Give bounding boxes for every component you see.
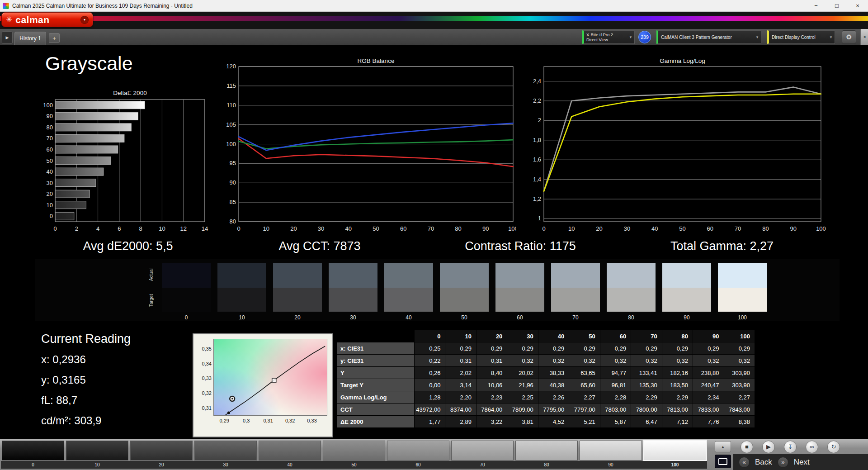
table-cell: 6,47 xyxy=(631,416,662,428)
swatch-level-label: 0 xyxy=(162,314,211,321)
table-cell: 43972,00 xyxy=(415,404,445,416)
refresh-measure-button[interactable]: ↻ xyxy=(827,441,840,453)
table-cell: 3,22 xyxy=(476,416,507,428)
table-header-row: 0102030405060708090100 xyxy=(337,330,755,342)
svg-text:4: 4 xyxy=(96,225,99,232)
svg-text:50: 50 xyxy=(47,157,53,164)
pattern-tile-90[interactable]: 90 xyxy=(579,441,643,469)
next-chevron-button[interactable]: » xyxy=(778,457,788,468)
save-button[interactable]: ↧ xyxy=(784,441,797,453)
table-cell: 2,25 xyxy=(507,391,538,404)
target-swatch xyxy=(329,288,377,312)
pattern-tile-label: 50 xyxy=(322,461,386,469)
pattern-tile-80[interactable]: 80 xyxy=(514,441,579,469)
pattern-tile-swatch[interactable] xyxy=(259,441,321,461)
target-swatch xyxy=(551,288,600,312)
table-cell: 2,26 xyxy=(538,391,569,404)
actual-swatch xyxy=(662,263,711,288)
meter-dropdown[interactable]: X-Rite i1Pro 2 Direct View ▾ xyxy=(582,30,635,44)
tab-history-1[interactable]: History 1 xyxy=(14,32,46,45)
close-button[interactable]: × xyxy=(847,0,868,12)
target-swatch xyxy=(384,288,433,312)
pattern-tile-swatch[interactable] xyxy=(2,441,64,461)
controls-column: ▲ xyxy=(712,439,733,470)
pattern-tile-100[interactable]: 100 xyxy=(643,441,707,469)
table-cell: 2,27 xyxy=(724,391,755,404)
pattern-tile-swatch[interactable] xyxy=(451,441,514,461)
svg-text:1,2: 1,2 xyxy=(533,195,541,202)
svg-text:90: 90 xyxy=(482,225,489,232)
svg-text:100: 100 xyxy=(816,225,826,232)
table-row: y: CIE310,220,310,310,320,320,320,320,32… xyxy=(337,355,755,367)
stop-button[interactable]: ■ xyxy=(741,441,753,453)
calman-logo-menu[interactable]: ✳ calman ▾ xyxy=(1,12,93,27)
tab-bar: ▶ History 1 + X-Rite i1Pro 2 Direct View… xyxy=(0,29,868,45)
table-cell: 0,31 xyxy=(476,355,507,367)
target-row-label: Target xyxy=(149,287,155,313)
table-header-cell: 30 xyxy=(507,330,538,342)
swatch-row: 0102030405060708090100 xyxy=(162,263,774,321)
back-button[interactable]: Back xyxy=(755,458,772,467)
table-cell: 96,81 xyxy=(600,379,631,391)
table-cell: 0,29 xyxy=(445,342,476,355)
monitor-icon xyxy=(718,458,727,465)
svg-text:RGB Balance: RGB Balance xyxy=(358,57,395,64)
pattern-tile-swatch[interactable] xyxy=(66,441,128,461)
svg-text:85: 85 xyxy=(230,199,236,205)
target-swatch xyxy=(217,288,266,312)
grayscale-swatch-70: 70 xyxy=(551,263,600,321)
pattern-tile-swatch[interactable] xyxy=(387,441,449,461)
pattern-tile-swatch[interactable] xyxy=(194,441,257,461)
pattern-tile-label: 10 xyxy=(65,461,129,469)
pattern-tile-10[interactable]: 10 xyxy=(65,441,129,469)
grayscale-swatch-20: 20 xyxy=(273,263,322,321)
swatch-level-label: 20 xyxy=(273,314,322,321)
play-measure-button[interactable]: ▶ xyxy=(762,441,775,453)
back-chevron-button[interactable]: « xyxy=(739,457,750,468)
tab-scroll-button[interactable]: ▶ xyxy=(2,31,13,44)
pattern-tile-swatch[interactable] xyxy=(644,441,706,461)
display-control-dropdown[interactable]: Direct Display Control ▾ xyxy=(767,30,835,44)
maximize-button[interactable]: □ xyxy=(826,0,847,12)
pattern-tile-50[interactable]: 50 xyxy=(322,441,386,469)
side-panel-handle[interactable]: ◄ xyxy=(860,29,868,45)
settings-gear-button[interactable]: ⚙ xyxy=(842,30,856,44)
collapse-up-button[interactable]: ▲ xyxy=(715,441,731,452)
actual-swatch xyxy=(273,263,322,288)
pattern-generator-dropdown[interactable]: CalMAN Client 3 Pattern Generator ▾ xyxy=(656,30,761,44)
pattern-tile-70[interactable]: 70 xyxy=(450,441,514,469)
add-tab-button[interactable]: + xyxy=(49,33,60,43)
svg-text:Gamma Log/Log: Gamma Log/Log xyxy=(660,57,705,64)
cie-y-tick: 0,35 xyxy=(195,346,212,351)
grayscale-swatch-100: 100 xyxy=(718,263,767,321)
pattern-tile-swatch[interactable] xyxy=(323,441,385,461)
continuous-measure-button[interactable]: ∞ xyxy=(806,441,818,453)
table-row-label: Target Y xyxy=(337,379,415,391)
grayscale-swatch-90: 90 xyxy=(662,263,711,321)
next-button[interactable]: Next xyxy=(794,458,810,467)
table-cell: 133,41 xyxy=(631,367,662,379)
pinwheel-icon: ✳ xyxy=(6,15,12,24)
meter-status-badge[interactable]: 239 xyxy=(638,31,651,43)
actual-swatch xyxy=(329,263,377,288)
pattern-tile-0[interactable]: 0 xyxy=(1,441,65,469)
pattern-tile-20[interactable]: 20 xyxy=(129,441,193,469)
minimize-button[interactable]: − xyxy=(806,0,826,12)
display-layout-button[interactable] xyxy=(715,455,731,468)
table-cell: 135,30 xyxy=(631,379,662,391)
pattern-tile-60[interactable]: 60 xyxy=(386,441,450,469)
table-cell: 8,40 xyxy=(476,367,507,379)
table-row: Gamma Log/Log1,282,202,232,252,262,272,2… xyxy=(337,391,755,404)
pattern-tile-40[interactable]: 40 xyxy=(258,441,322,469)
svg-text:110: 110 xyxy=(226,102,236,109)
table-cell: 2,23 xyxy=(476,391,507,404)
swatch-level-label: 50 xyxy=(440,314,489,321)
pattern-tile-30[interactable]: 30 xyxy=(193,441,258,469)
grayscale-swatch-80: 80 xyxy=(607,263,656,321)
measurement-table: 0102030405060708090100x: CIE310,250,290,… xyxy=(336,330,755,428)
pattern-tile-swatch[interactable] xyxy=(515,441,578,461)
actual-swatch xyxy=(217,263,266,288)
pattern-tile-swatch[interactable] xyxy=(580,441,642,461)
table-cell: 7864,00 xyxy=(476,404,507,416)
pattern-tile-swatch[interactable] xyxy=(130,441,193,461)
